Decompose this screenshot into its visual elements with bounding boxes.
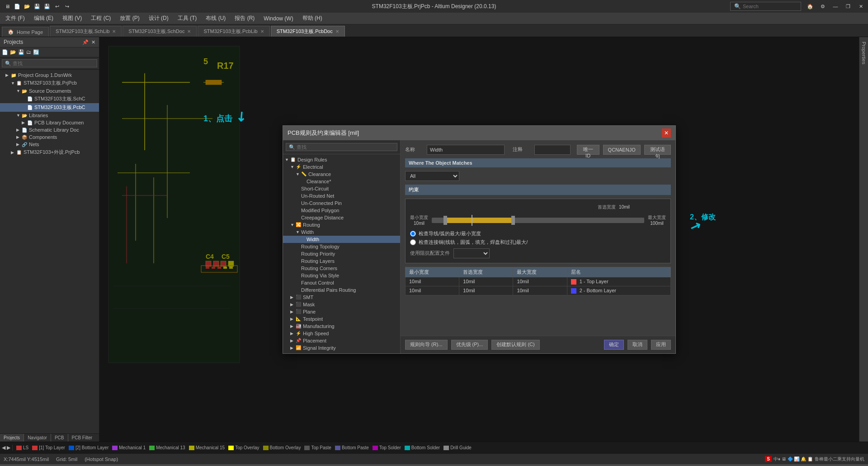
- layer-item-ls[interactable]: LS: [16, 445, 28, 450]
- slider-handle-max[interactable]: [511, 216, 515, 225]
- rule-guide-button[interactable]: 规则向导 (R)...: [405, 340, 448, 350]
- menu-window[interactable]: Window (W): [260, 14, 297, 23]
- layer-next-icon[interactable]: ▶: [7, 445, 10, 451]
- ok-button[interactable]: 确定: [604, 340, 624, 350]
- radio-input-2[interactable]: [410, 239, 416, 245]
- tree-width-item[interactable]: Width: [283, 236, 400, 243]
- radio-option-2[interactable]: 检查连接铜(线轨，圆弧，填充，焊盘和过孔)最大/: [410, 239, 666, 246]
- tree-item-components[interactable]: ▶ 📦 Components: [0, 133, 99, 141]
- qcnaenjo-btn[interactable]: QCNAENJO: [603, 145, 641, 155]
- tree-routing-topology[interactable]: Routing Topology: [283, 243, 400, 250]
- tree-diff-pairs[interactable]: Differential Pairs Routing: [283, 286, 400, 294]
- tree-routing-corners[interactable]: Routing Corners: [283, 265, 400, 272]
- global-search-bar[interactable]: 🔍: [730, 2, 801, 11]
- menu-help[interactable]: 帮助 (H): [299, 14, 326, 23]
- unique-id-btn[interactable]: 唯一ID: [577, 145, 599, 155]
- dialog-close-button[interactable]: ✕: [662, 128, 671, 138]
- save-icon[interactable]: 💾: [33, 3, 41, 10]
- tree-routing-priority[interactable]: Routing Priority: [283, 250, 400, 257]
- tree-routing-layers[interactable]: Routing Layers: [283, 257, 400, 265]
- layer-item-bottom[interactable]: [2] Bottom Layer: [69, 445, 108, 450]
- layer-prev-icon[interactable]: ◀: [2, 445, 5, 451]
- tree-item-main-proj[interactable]: ▼ 📋 STM32F103主板.PrjPcb: [0, 79, 99, 87]
- tab-schdoc[interactable]: STM32F103主板.SchDoc ✕: [123, 26, 197, 37]
- toolbar-save-icon[interactable]: 💾: [18, 49, 24, 55]
- layer-item-bottom-paste[interactable]: Bottom Paste: [335, 445, 369, 450]
- tree-mask[interactable]: ▶ ⬛ Mask: [283, 301, 400, 308]
- radio-input-1[interactable]: [410, 231, 416, 237]
- tree-manufacturing[interactable]: ▶ 🏭 Manufacturing: [283, 323, 400, 330]
- tree-item-pcb-lib-doc[interactable]: ▶ 📄 PCB Library Documen: [0, 119, 99, 126]
- open-icon[interactable]: 📂: [24, 3, 31, 10]
- global-search-input[interactable]: [743, 4, 797, 9]
- toolbar-open-icon[interactable]: 📂: [10, 49, 16, 55]
- layer-item-top-overlay[interactable]: Top Overlay: [228, 445, 259, 450]
- priority-button[interactable]: 优先级 (P)...: [451, 340, 488, 350]
- menu-file[interactable]: 文件 (F): [2, 14, 28, 23]
- redo-icon[interactable]: ↪: [63, 3, 71, 10]
- menu-view[interactable]: 视图 (V): [59, 14, 85, 23]
- table-row-top-layer[interactable]: 10mil 10mil 10mil 1 - Top Layer: [406, 277, 671, 286]
- menu-project[interactable]: 工程 (C): [87, 14, 114, 23]
- name-input[interactable]: [427, 145, 505, 155]
- menu-tools[interactable]: 工具 (T): [174, 14, 201, 23]
- dialog-search-input[interactable]: [286, 143, 397, 151]
- tree-electrical[interactable]: ▼ ⚡ Electrical: [283, 163, 400, 171]
- toolbar-close-icon[interactable]: 🗂: [26, 49, 31, 55]
- panel-pin-icon[interactable]: 📌: [82, 39, 89, 45]
- test-btn[interactable]: 测试语句: [644, 145, 671, 155]
- slider-handle-min[interactable]: [443, 216, 447, 225]
- menu-report[interactable]: 报告 (R): [231, 14, 258, 23]
- tab-projects[interactable]: Projects: [0, 434, 24, 442]
- tab-pcb-filter[interactable]: PCB Filter: [68, 434, 96, 442]
- table-row-bottom-layer[interactable]: 10mil 10mil 10mil 2 - Bottom Layer: [406, 286, 671, 295]
- tree-routing[interactable]: ▼ 🔀 Routing: [283, 221, 400, 228]
- tree-item-sch-lib-doc[interactable]: ▶ 📄 Schematic Library Doc: [0, 126, 99, 133]
- layer-item-bottom-solder[interactable]: Bottom Solder: [405, 445, 440, 450]
- layer-item-drill-guide[interactable]: Drill Guide: [443, 445, 472, 450]
- tree-item-libraries[interactable]: ▼ 📂 Libraries: [0, 112, 99, 119]
- tab-pcb[interactable]: PCB: [51, 434, 68, 442]
- layer-item-top-paste[interactable]: Top Paste: [304, 445, 331, 450]
- menu-edit[interactable]: 编辑 (E): [30, 14, 57, 23]
- tree-modified-polygon[interactable]: Modified Polygon: [283, 207, 400, 214]
- win-close-btn[interactable]: ✕: [857, 3, 864, 10]
- menu-design[interactable]: 设计 (D): [145, 14, 172, 23]
- radio-option-1[interactable]: 检查导线/弧的最大/最小宽度: [410, 230, 666, 237]
- tab-schlib-close[interactable]: ✕: [112, 29, 116, 34]
- panel-close-icon[interactable]: ✕: [91, 39, 95, 45]
- tree-routing-via-style[interactable]: Routing Via Style: [283, 272, 400, 279]
- tree-plane[interactable]: ▶ ⬛ Plane: [283, 308, 400, 315]
- tree-unrouted-net[interactable]: Un-Routed Net: [283, 192, 400, 200]
- tree-item-project-group[interactable]: ▶ 📁 Project Group 1.DsnWrk: [0, 71, 99, 79]
- tab-pcbdoc[interactable]: STM32F103主板.PcbDoc ✕: [271, 26, 345, 37]
- tree-signal-integrity[interactable]: ▶ 📶 Signal Integrity: [283, 344, 400, 352]
- toolbar-new-icon[interactable]: 📄: [2, 49, 8, 55]
- tree-smt[interactable]: ▶ ⬛ SMT: [283, 294, 400, 301]
- tab-schlib[interactable]: STM32F103主板.SchLib ✕: [50, 26, 122, 37]
- tree-placement[interactable]: ▶ 📌 Placement: [283, 337, 400, 344]
- comment-input[interactable]: [534, 145, 571, 155]
- tree-clearance[interactable]: ▼ 📏 Clearance: [283, 171, 400, 178]
- layer-item-top[interactable]: [1] Top Layer: [32, 445, 65, 450]
- new-file-icon[interactable]: 📄: [14, 3, 21, 10]
- toolbar-refresh-icon[interactable]: 🔄: [33, 49, 39, 55]
- tree-design-rules[interactable]: ▼ 📋 Design Rules: [283, 156, 400, 163]
- projects-search-input[interactable]: [2, 59, 97, 67]
- tab-pcbdoc-close[interactable]: ✕: [335, 29, 339, 34]
- tab-pcblib[interactable]: STM32F103主板.PcbLib ✕: [198, 26, 269, 37]
- home-icon[interactable]: 🏠: [807, 3, 814, 10]
- win-maximize-btn[interactable]: ❐: [844, 3, 852, 10]
- undo-icon[interactable]: ↩: [53, 3, 61, 10]
- tree-unconnected-pin[interactable]: Un-Connected Pin: [283, 200, 400, 207]
- layer-item-bottom-overlay[interactable]: Bottom Overlay: [263, 445, 301, 450]
- layer-item-mech15[interactable]: Mechanical 15: [189, 445, 225, 450]
- match-dropdown[interactable]: All: [405, 171, 459, 181]
- win-minimize-btn[interactable]: —: [832, 3, 839, 10]
- tree-fanout-control[interactable]: Fanout Control: [283, 279, 400, 286]
- tree-item-source-docs[interactable]: ▼ 📂 Source Documents: [0, 87, 99, 95]
- tree-item-nets[interactable]: ▶ 🔗 Nets: [0, 141, 99, 148]
- tab-navigator[interactable]: Navigator: [24, 434, 51, 442]
- menu-place[interactable]: 放置 (P): [116, 14, 143, 23]
- impedance-dropdown[interactable]: [453, 248, 490, 258]
